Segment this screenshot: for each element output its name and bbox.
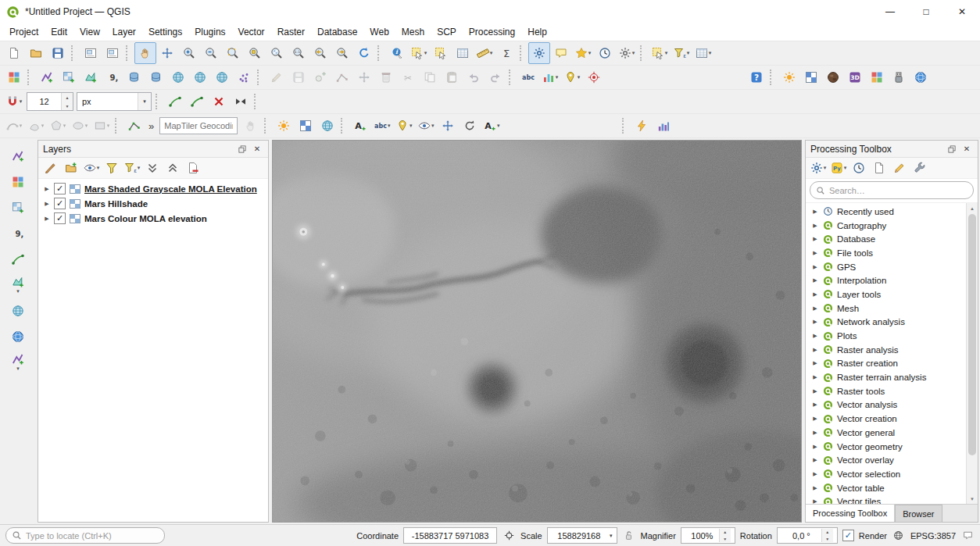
spinner-buttons[interactable]: ▲▼ (61, 93, 73, 110)
rotation-spinner[interactable]: 0,0 ° ▲▼ (777, 527, 838, 544)
select-by-form-button[interactable]: ▾ (649, 42, 671, 64)
menu-scp[interactable]: SCP (431, 25, 463, 39)
menu-layer[interactable]: Layer (106, 25, 142, 39)
tab-processing-toolbox[interactable]: Processing Toolbox (806, 505, 895, 522)
zoom-next-button[interactable] (331, 42, 353, 64)
select-by-expression-button[interactable]: ε▾ (671, 42, 692, 64)
statistical-summary-button[interactable]: Σ (495, 42, 517, 64)
expander-icon[interactable]: ▶ (811, 498, 819, 504)
edit-features-in-place-button[interactable] (889, 158, 910, 178)
layer-checkbox[interactable]: ✓ (54, 212, 66, 224)
toolbox-group-database[interactable]: ▶Database (806, 232, 966, 246)
results-viewer-button[interactable] (869, 158, 889, 178)
field-calculator-button[interactable]: ▾ (692, 42, 714, 64)
toolbox-group-recently-used[interactable]: ▶Recently used (806, 205, 966, 219)
expander-icon[interactable]: ▶ (811, 444, 819, 450)
add-arcgis-layer-button[interactable] (5, 325, 30, 348)
render-checkbox[interactable]: ✓ (842, 530, 854, 541)
vertex-editor-button[interactable] (123, 115, 145, 137)
close-button[interactable]: ✕ (944, 0, 980, 23)
close-panel-button[interactable]: ✕ (960, 143, 973, 155)
toolbox-group-vector-tiles[interactable]: ▶Vector tiles (806, 494, 966, 504)
expander-icon[interactable]: ▶ (43, 186, 51, 192)
geocoder-input[interactable] (159, 117, 238, 134)
change-label-button[interactable]: A▾ (481, 115, 503, 137)
new-spatialite-button[interactable] (5, 248, 30, 271)
spinner-buttons[interactable]: ▲▼ (821, 529, 833, 542)
layer-labeling-button[interactable]: abc (517, 66, 539, 88)
measure-button[interactable]: ▾ (474, 42, 495, 64)
menu-mesh[interactable]: Mesh (395, 25, 431, 39)
plugin-sun-button[interactable] (778, 66, 800, 88)
expander-icon[interactable]: ▶ (811, 223, 819, 229)
new-virtual-layer-button[interactable]: ▾ (5, 351, 30, 374)
add-point-cloud-button[interactable] (233, 66, 255, 88)
expander-icon[interactable]: ▶ (811, 374, 819, 380)
select-features-button[interactable]: ▾ (408, 42, 430, 64)
gps-toolbar-button[interactable] (583, 66, 605, 88)
zoom-in-button[interactable] (178, 42, 200, 64)
toolbox-group-vector-analysis[interactable]: ▶Vector analysis (806, 398, 966, 412)
pin-unpin-labels-button[interactable]: ▾ (393, 115, 415, 137)
annotation-text-size-spinner[interactable]: 12▲▼ (27, 92, 73, 111)
remove-layer-button[interactable] (183, 158, 203, 178)
spinner-buttons[interactable]: ▲▼ (719, 529, 731, 542)
show-hidden-labels-button[interactable]: ▾ (415, 115, 437, 137)
expander-icon[interactable]: ▶ (811, 319, 819, 325)
layer-item-mars-hillshade[interactable]: ▶✓Mars Hillshade (38, 196, 268, 211)
expander-icon[interactable]: ▶ (811, 333, 819, 339)
locate-search-input[interactable]: Type to locate (Ctrl+K) (5, 527, 165, 544)
toolbox-group-cartography[interactable]: ▶Cartography (806, 219, 966, 233)
open-project-button[interactable] (25, 42, 47, 64)
plugin-planet-button[interactable] (822, 66, 844, 88)
map-canvas[interactable] (272, 140, 802, 523)
deselect-features-button[interactable] (430, 42, 452, 64)
add-vector-layer-button[interactable] (36, 66, 58, 88)
expander-icon[interactable]: ▶ (811, 401, 819, 408)
new-raster-button[interactable] (5, 196, 30, 219)
delete-annotation-button[interactable] (208, 91, 230, 112)
processing-toolbox-button[interactable] (528, 42, 550, 64)
layer-checkbox[interactable]: ✓ (54, 183, 66, 194)
lock-scale-button[interactable] (622, 528, 636, 543)
add-raster-layer-button[interactable] (58, 66, 80, 88)
expander-icon[interactable]: ▶ (811, 277, 819, 284)
scp-tools-button[interactable] (631, 115, 653, 137)
scripts-button[interactable]: Py▾ (828, 158, 849, 178)
expander-icon[interactable]: ▶ (811, 360, 819, 366)
toolbox-group-raster-analysis[interactable]: ▶Raster analysis (806, 343, 966, 357)
new-project-button[interactable] (3, 42, 25, 64)
add-delimited-text-button[interactable]: 9, (102, 66, 123, 88)
layer-diagram-button[interactable]: ▾ (539, 66, 561, 88)
coordinate-input[interactable]: -15883717 5971083 (403, 527, 497, 544)
layer-item-mars-shaded-grayscale-mola-elevation[interactable]: ▶✓Mars Shaded Grayscale MOLA Elevation (38, 181, 268, 196)
toolbox-group-layer-tools[interactable]: ▶Layer tools (806, 287, 966, 302)
expander-icon[interactable]: ▶ (811, 457, 819, 463)
models-button[interactable]: ▾ (808, 158, 828, 178)
save-project-button[interactable] (47, 42, 69, 64)
menu-help[interactable]: Help (521, 25, 553, 39)
new-bookmark-button[interactable]: ▾ (572, 42, 594, 64)
scroll-up-icon[interactable]: ▲ (970, 203, 975, 213)
expander-icon[interactable]: ▶ (811, 264, 819, 270)
plugin-globe-button[interactable] (910, 66, 932, 88)
expander-icon[interactable]: ▶ (811, 485, 819, 491)
show-layout-manager-button[interactable] (102, 42, 123, 64)
scrollbar[interactable]: ▲ ▼ (966, 203, 978, 504)
new-geopackage-button[interactable] (5, 170, 30, 194)
toolbox-group-vector-general[interactable]: ▶Vector general (806, 426, 966, 440)
expander-icon[interactable]: ▶ (811, 209, 819, 215)
layer-item-mars-colour-mola-elevation[interactable]: ▶✓Mars Colour MOLA elevation (38, 211, 268, 226)
toolbox-group-raster-tools[interactable]: ▶Raster tools (806, 384, 966, 398)
toolbox-group-gps[interactable]: ▶GPS (806, 260, 966, 274)
georeferencer-button[interactable] (317, 115, 338, 137)
move-label-button[interactable] (437, 115, 459, 137)
menu-processing[interactable]: Processing (463, 25, 521, 39)
expander-icon[interactable]: ▶ (43, 216, 51, 222)
expander-icon[interactable]: ▶ (811, 388, 819, 394)
add-group-button[interactable] (61, 158, 81, 178)
expander-icon[interactable]: ▶ (811, 416, 819, 422)
menu-raster[interactable]: Raster (271, 25, 311, 39)
rotate-label-button[interactable] (459, 115, 481, 137)
new-shapefile-button[interactable] (5, 145, 30, 168)
